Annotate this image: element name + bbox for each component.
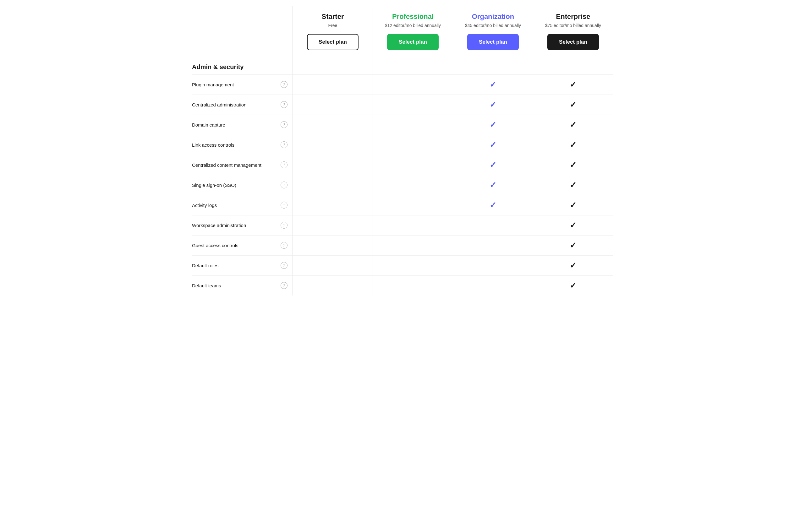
feature-row: Default roles?✓ (192, 255, 613, 276)
checkmark-organization: ✓ (489, 180, 497, 190)
section-header-professional-spacer (373, 58, 453, 74)
help-icon[interactable]: ? (281, 242, 287, 249)
feature-cell-organization: ✓ (453, 115, 533, 135)
plan-price-starter: Free (300, 23, 365, 29)
help-icon[interactable]: ? (281, 121, 287, 128)
feature-cell-professional (373, 115, 453, 135)
checkmark-organization: ✓ (489, 140, 497, 150)
help-icon[interactable]: ? (281, 262, 287, 269)
feature-cell-starter (293, 255, 373, 276)
help-icon[interactable]: ? (281, 182, 287, 188)
feature-cell-enterprise: ✓ (533, 276, 613, 296)
plan-name-organization: Organization (461, 13, 525, 21)
checkmark-enterprise: ✓ (570, 221, 577, 230)
feature-cell-organization: ✓ (453, 74, 533, 95)
plan-price-enterprise: $75 editor/mo billed annually (541, 23, 605, 29)
feature-cell-enterprise: ✓ (533, 235, 613, 255)
checkmark-enterprise: ✓ (570, 180, 577, 190)
feature-cell-organization (453, 215, 533, 235)
checkmark-organization: ✓ (489, 120, 497, 130)
feature-row: Activity logs?✓✓ (192, 195, 613, 215)
feature-row: Domain capture?✓✓ (192, 115, 613, 135)
feature-cell-starter (293, 215, 373, 235)
feature-cell-organization: ✓ (453, 95, 533, 115)
select-plan-professional[interactable]: Select plan (387, 34, 439, 50)
help-icon[interactable]: ? (281, 141, 287, 148)
help-icon[interactable]: ? (281, 222, 287, 229)
feature-cell-professional (373, 155, 453, 175)
header-organization: Organization $45 editor/mo billed annual… (453, 6, 533, 58)
feature-cell-professional (373, 235, 453, 255)
feature-name-cell: Single sign-on (SSO)? (192, 175, 293, 195)
feature-cell-starter (293, 155, 373, 175)
feature-name-cell: Centralized administration? (192, 95, 293, 115)
feature-row: Guest access controls?✓ (192, 235, 613, 255)
feature-name-text: Plugin management (192, 81, 278, 88)
feature-name-text: Workspace administration (192, 222, 278, 229)
feature-cell-starter (293, 235, 373, 255)
feature-cell-enterprise: ✓ (533, 195, 613, 215)
features-container: Plugin management?✓✓Centralized administ… (192, 74, 613, 296)
feature-cell-organization (453, 276, 533, 296)
feature-row: Centralized administration?✓✓ (192, 95, 613, 115)
help-icon[interactable]: ? (281, 162, 287, 168)
feature-name-text: Domain capture (192, 121, 278, 128)
feature-name-cell: Default roles? (192, 255, 293, 276)
feature-row: Plugin management?✓✓ (192, 74, 613, 95)
feature-name-cell: Domain capture? (192, 115, 293, 135)
feature-cell-professional (373, 255, 453, 276)
feature-name-text: Default teams (192, 282, 278, 289)
checkmark-enterprise: ✓ (570, 241, 577, 250)
checkmark-enterprise: ✓ (570, 281, 577, 290)
plan-price-professional: $12 editor/mo billed annually (380, 23, 445, 29)
feature-row: Default teams?✓ (192, 276, 613, 296)
feature-name-text: Link access controls (192, 141, 278, 148)
select-plan-starter[interactable]: Select plan (307, 34, 359, 50)
checkmark-organization: ✓ (489, 80, 497, 90)
feature-cell-organization: ✓ (453, 135, 533, 155)
section-header-starter-spacer (293, 58, 373, 74)
feature-name-text: Default roles (192, 262, 278, 269)
checkmark-enterprise: ✓ (570, 160, 577, 170)
feature-cell-starter (293, 115, 373, 135)
help-icon[interactable]: ? (281, 81, 287, 88)
header-enterprise: Enterprise $75 editor/mo billed annually… (533, 6, 613, 58)
table-grid: Starter Free Select plan Professional $1… (192, 6, 613, 74)
feature-cell-organization (453, 255, 533, 276)
checkmark-enterprise: ✓ (570, 120, 577, 130)
feature-cell-enterprise: ✓ (533, 155, 613, 175)
feature-name-cell: Link access controls? (192, 135, 293, 155)
checkmark-organization: ✓ (489, 100, 497, 110)
feature-name-cell: Workspace administration? (192, 215, 293, 235)
help-icon[interactable]: ? (281, 282, 287, 289)
select-plan-organization[interactable]: Select plan (467, 34, 519, 50)
feature-cell-starter (293, 95, 373, 115)
select-plan-enterprise[interactable]: Select plan (547, 34, 599, 50)
feature-cell-enterprise: ✓ (533, 135, 613, 155)
section-header-enterprise-spacer (533, 58, 613, 74)
section-header-organization-spacer (453, 58, 533, 74)
help-icon[interactable]: ? (281, 101, 287, 108)
plan-price-organization: $45 editor/mo billed annually (461, 23, 525, 29)
feature-cell-enterprise: ✓ (533, 115, 613, 135)
header-feature-empty (192, 6, 293, 58)
checkmark-organization: ✓ (489, 201, 497, 210)
feature-name-text: Centralized content management (192, 162, 278, 168)
header-professional: Professional $12 editor/mo billed annual… (373, 6, 453, 58)
feature-cell-organization: ✓ (453, 155, 533, 175)
feature-name-cell: Default teams? (192, 276, 293, 296)
help-icon[interactable]: ? (281, 202, 287, 209)
feature-name-cell: Plugin management? (192, 74, 293, 95)
pricing-table: Starter Free Select plan Professional $1… (192, 0, 613, 302)
feature-cell-starter (293, 276, 373, 296)
feature-name-text: Single sign-on (SSO) (192, 182, 278, 188)
plan-name-starter: Starter (300, 13, 365, 21)
feature-cell-professional (373, 95, 453, 115)
feature-name-cell: Activity logs? (192, 195, 293, 215)
feature-row: Centralized content management?✓✓ (192, 155, 613, 175)
feature-name-text: Activity logs (192, 202, 278, 209)
feature-row: Link access controls?✓✓ (192, 135, 613, 155)
checkmark-enterprise: ✓ (570, 201, 577, 210)
feature-cell-professional (373, 195, 453, 215)
feature-cell-starter (293, 175, 373, 195)
